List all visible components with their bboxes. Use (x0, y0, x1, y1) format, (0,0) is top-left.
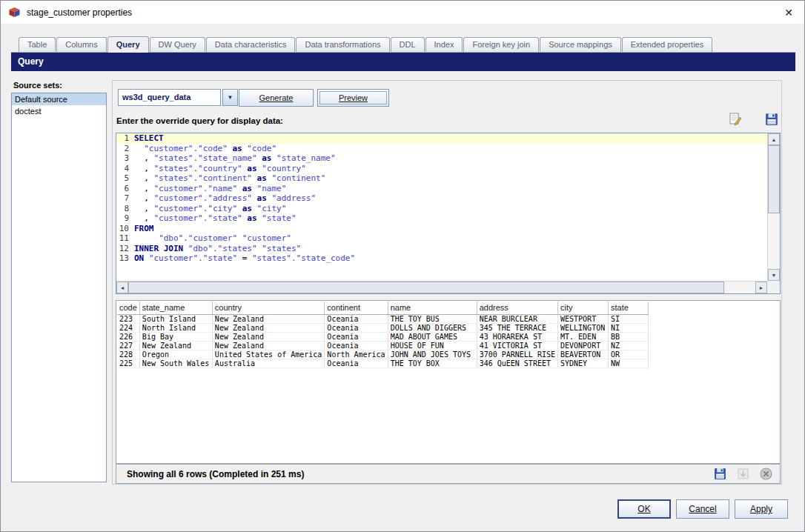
result-cell: North America (325, 350, 388, 359)
editor-vertical-scrollbar[interactable]: ▲ ▼ (767, 133, 780, 281)
chevron-down-icon[interactable]: ▼ (222, 89, 238, 106)
save-query-icon[interactable] (765, 113, 778, 126)
source-set-item[interactable]: Default source (12, 93, 106, 105)
results-statusbar: Showing all 6 rows (Completed in 251 ms) (116, 464, 781, 484)
scroll-right-icon[interactable]: ► (755, 282, 767, 293)
result-cell: NEAR BURCLEAR (477, 314, 557, 323)
tab-query[interactable]: Query (107, 36, 149, 53)
scroll-up-icon[interactable]: ▲ (768, 133, 780, 145)
sql-line: 9 , "customer"."state" as "state" (116, 213, 767, 224)
result-cell: New Zealand (212, 332, 325, 341)
sql-editor[interactable]: 1SELECT2 "customer"."code" as "code"3 , … (116, 133, 781, 294)
vertical-scroll-thumb[interactable] (768, 145, 780, 213)
tab-source-mappings[interactable]: Source mappings (540, 37, 621, 52)
query-set-combo[interactable]: ws3d_query_data (118, 89, 221, 106)
result-cell: 346 QuEEN STREET (477, 359, 557, 368)
result-cell: Oceania (325, 359, 388, 368)
source-set-item[interactable]: doctest (12, 105, 106, 117)
line-number: 3 (116, 153, 133, 164)
horizontal-scroll-thumb[interactable] (128, 282, 724, 293)
result-row[interactable]: 223South IslandNew ZealandOceaniaTHE TOY… (117, 314, 649, 323)
result-cell: THE TOY BOX (388, 359, 477, 368)
sql-line: 10FROM (116, 224, 767, 234)
generate-button[interactable]: Generate (239, 89, 314, 107)
result-cell: 228 (117, 350, 139, 359)
column-header-continent[interactable]: continent (325, 302, 388, 314)
line-number: 8 (116, 204, 133, 214)
preview-button[interactable]: Preview (317, 89, 389, 107)
properties-dialog: stage_customer properties ✕ TableColumns… (0, 0, 805, 532)
cancel-button[interactable]: Cancel (676, 499, 729, 519)
generate-button-label: Generate (259, 93, 294, 102)
tab-foreign-key-join[interactable]: Foreign key join (463, 37, 539, 52)
column-header-address[interactable]: address (477, 302, 557, 314)
column-header-country[interactable]: country (212, 302, 325, 314)
result-cell: WESTPORT (558, 314, 609, 323)
cancel-button-label: Cancel (689, 504, 716, 514)
result-cell: DOLLS AND DIGGERS (388, 323, 477, 332)
result-cell: South Island (139, 314, 212, 323)
column-header-code[interactable]: code (117, 302, 139, 314)
result-row[interactable]: 225New South WalesAustraliaOceaniaTHE TO… (117, 359, 649, 368)
line-number: 11 (116, 233, 133, 244)
line-number: 4 (116, 164, 133, 174)
sql-line: 13ON "customer"."state" = "states"."stat… (116, 253, 767, 264)
query-set-combo-value: ws3d_query_data (122, 93, 191, 102)
result-row[interactable]: 224North IslandNew ZealandOceaniaDOLLS A… (117, 323, 649, 332)
section-header: Query (11, 53, 795, 71)
result-cell: SYDNEY (558, 359, 609, 368)
results-grid: codestate_namecountrycontinentnameaddres… (116, 300, 781, 464)
tab-extended-properties[interactable]: Extended properties (622, 37, 712, 52)
scroll-down-icon[interactable]: ▼ (768, 269, 780, 281)
result-cell: 225 (117, 359, 139, 368)
line-number: 13 (116, 253, 133, 264)
window-title: stage_customer properties (27, 7, 132, 18)
tab-columns[interactable]: Columns (56, 37, 106, 52)
result-cell: WELLINGTON (558, 323, 609, 332)
result-cell: SI (609, 314, 649, 323)
result-cell: Australia (212, 359, 325, 368)
tab-strip: TableColumnsQueryDW QueryData characteri… (11, 36, 795, 53)
result-cell: Oceania (325, 323, 388, 332)
line-number: 9 (116, 213, 133, 224)
result-cell: DEVONPORT (558, 341, 609, 350)
export-results-icon[interactable] (737, 468, 749, 480)
edit-query-icon[interactable] (729, 113, 742, 126)
result-cell: THE TOY BUS (388, 314, 477, 323)
sql-line: 8 , "customer"."city" as "city" (116, 204, 767, 214)
source-sets-label: Source sets: (13, 81, 62, 90)
result-row[interactable]: 227New ZealandNew ZealandOceaniaHOUSE OF… (117, 341, 649, 350)
result-cell: 345 THE TERRACE (477, 323, 557, 332)
sql-line: 6 , "customer"."name" as "name" (116, 184, 767, 194)
tab-ddl[interactable]: DDL (391, 37, 425, 52)
sql-line: 2 "customer"."code" as "code" (116, 144, 767, 154)
line-number: 5 (116, 173, 133, 184)
column-header-state_name[interactable]: state_name (139, 302, 212, 314)
editor-horizontal-scrollbar[interactable]: ◄ ► (116, 281, 767, 293)
stop-query-icon[interactable] (760, 468, 772, 480)
tab-data-transformations[interactable]: Data transformations (296, 37, 389, 52)
column-header-name[interactable]: name (388, 302, 477, 314)
line-number: 7 (116, 193, 133, 204)
result-cell: MAD ABOUT GAMES (388, 332, 477, 341)
result-row[interactable]: 228OregonUnited States of AmericaNorth A… (117, 350, 649, 359)
tab-index[interactable]: Index (425, 37, 463, 52)
scroll-left-icon[interactable]: ◄ (116, 282, 128, 293)
close-icon[interactable]: ✕ (781, 7, 797, 19)
tab-table[interactable]: Table (19, 37, 56, 52)
result-row[interactable]: 226Big BayNew ZealandOceaniaMAD ABOUT GA… (117, 332, 649, 341)
result-cell: 43 HORAREKA ST (477, 332, 557, 341)
line-number: 12 (116, 244, 133, 254)
tab-data-characteristics[interactable]: Data characteristics (206, 37, 296, 52)
sql-editor-text[interactable]: 1SELECT2 "customer"."code" as "code"3 , … (116, 133, 767, 281)
save-results-icon[interactable] (714, 468, 726, 480)
result-cell: OR (609, 350, 649, 359)
apply-button[interactable]: Apply (735, 499, 788, 519)
section-header-title: Query (18, 56, 44, 67)
tab-dw-query[interactable]: DW Query (150, 37, 205, 52)
source-sets-list[interactable]: Default sourcedoctest (11, 93, 107, 482)
result-cell: MT. EDEN (558, 332, 609, 341)
ok-button[interactable]: OK (617, 499, 671, 519)
column-header-city[interactable]: city (558, 302, 609, 314)
column-header-state[interactable]: state (609, 302, 649, 314)
